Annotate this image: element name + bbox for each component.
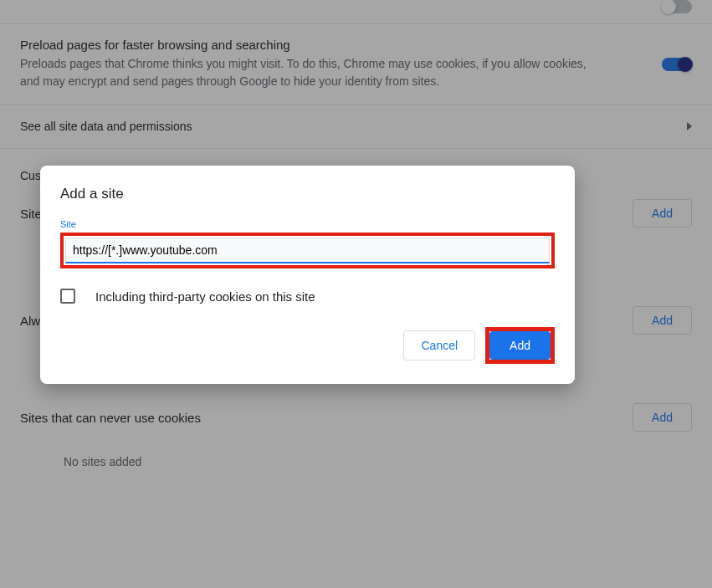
add-site-dialog: Add a site Site Including third-party co…: [40, 166, 575, 384]
add-button-highlight: Add: [485, 327, 555, 364]
site-url-input[interactable]: [65, 238, 550, 263]
add-button[interactable]: Add: [489, 331, 551, 360]
third-party-checkbox[interactable]: [60, 289, 75, 304]
third-party-label: Including third-party cookies on this si…: [95, 289, 315, 304]
input-highlight-box: [60, 233, 555, 268]
site-field-label: Site: [60, 219, 555, 229]
dialog-actions: Cancel Add: [60, 327, 555, 364]
cancel-button[interactable]: Cancel: [403, 330, 475, 360]
dialog-title: Add a site: [60, 186, 555, 202]
third-party-row[interactable]: Including third-party cookies on this si…: [60, 289, 555, 304]
